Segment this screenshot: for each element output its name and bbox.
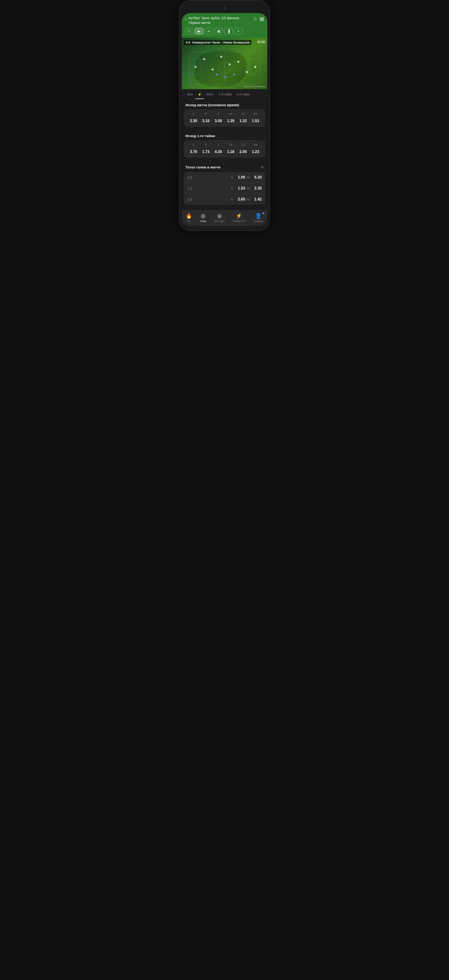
watermark: #UCHvsUExTNTSports — [243, 85, 265, 88]
fh-header-12: 12 — [237, 143, 249, 146]
fh-header-x2: X2 — [249, 143, 262, 146]
total-m-odds-25[interactable]: 1.42 — [251, 197, 262, 201]
back-button[interactable]: ‹ — [185, 16, 187, 22]
bottom-nav: 🔥 Топ ◎ Спорт ▣ Мои пари ⚡ Ставки 24/7 👤… — [182, 210, 267, 226]
toolbar-chart[interactable]: ▐ — [224, 28, 233, 34]
nav-top-icon: 🔥 — [186, 213, 192, 219]
total-row-05: 0.5 Б 1.09 М 6.20 — [184, 172, 265, 183]
total-m-label-15: М — [247, 187, 249, 190]
total-odds-group-25: Б 2.65 М 1.42 — [231, 197, 262, 201]
nav-my-bets[interactable]: ▣ Мои пари — [214, 213, 225, 223]
tabs-bar: Все ⚡ Матч 1-й тайм 2-й тайм — [182, 89, 267, 99]
nav-bets247[interactable]: ⚡ Ставки 24/7 — [233, 213, 246, 223]
first-half-title: Исход 1-го тайма — [184, 130, 265, 140]
content-area: Исход матча (основное время) 1 X 2 1X 12… — [182, 99, 267, 210]
total-b-odds-15[interactable]: 1.53 — [235, 186, 245, 191]
total-b-label-05: Б — [231, 176, 233, 179]
tab-match[interactable]: Матч — [204, 89, 216, 99]
nav-profile-icon: 👤 — [255, 213, 262, 219]
notch-camera — [223, 7, 226, 9]
toolbar-transfer[interactable]: ⇄ — [205, 28, 213, 34]
first-half-headers: 1 X 2 1X 12 X2 — [187, 143, 262, 146]
toolbar-subtitle[interactable]: ▦ — [214, 28, 223, 34]
header-12: 12 — [237, 112, 249, 116]
nav-sport-label: Спорт — [200, 220, 206, 223]
header-title: Футбол. Чили. Кубок. 1/2 финала. Первые … — [189, 16, 240, 25]
odd-2-draw[interactable]: 1.73 — [200, 149, 212, 155]
odd-2-12[interactable]: 2.00 — [237, 149, 249, 155]
fh-header-1x: 1X — [224, 143, 237, 146]
fh-header-2: 2 — [212, 143, 224, 146]
header-left: ‹ Футбол. Чили. Кубок. 1/2 финала. Первы… — [185, 16, 253, 25]
total-value-05: 0.5 — [187, 175, 231, 180]
fh-header-x: X — [200, 143, 212, 146]
nav-top[interactable]: 🔥 Топ — [186, 213, 192, 223]
nav-top-label: Топ — [187, 220, 190, 223]
total-b-odds-25[interactable]: 2.65 — [235, 197, 245, 201]
nav-profile[interactable]: 👤 Профиль — [253, 213, 263, 223]
video-area[interactable]: 0:0 Университет Чили – Унион Эспаньола 2… — [182, 38, 267, 89]
favorite-icon[interactable]: ☆ — [253, 16, 257, 22]
odd-2-away[interactable]: 4.30 — [212, 149, 224, 155]
phone-screen: ‹ Футбол. Чили. Кубок. 1/2 финала. Первы… — [182, 13, 267, 226]
total-value-25: 2.5 — [187, 197, 231, 201]
nav-sport-icon: ◎ — [201, 213, 205, 219]
main-outcome-card: 1 X 2 1X 12 X2 2.35 3.10 3.00 1.35 1.32 … — [184, 109, 265, 127]
tab-second-half[interactable]: 2-й тайм — [234, 89, 252, 99]
total-m-label-05: М — [247, 176, 249, 179]
total-m-odds-05[interactable]: 6.20 — [251, 175, 262, 180]
odd-1-x2[interactable]: 1.53 — [249, 118, 262, 124]
totals-card: 0.5 Б 1.09 М 6.20 1.5 Б 1.53 М 2.3 — [184, 172, 265, 205]
nav-bets247-label: Ставки 24/7 — [233, 220, 246, 223]
odd-1-draw[interactable]: 3.10 — [200, 118, 212, 124]
toolbar-info[interactable]: ⓘ — [185, 28, 194, 34]
header-top: ‹ Футбол. Чили. Кубок. 1/2 финала. Первы… — [185, 16, 264, 25]
odd-2-x2[interactable]: 1.23 — [249, 149, 262, 155]
tab-first-half[interactable]: 1-й тайм — [216, 89, 234, 99]
odd-2-1x[interactable]: 1.18 — [224, 149, 237, 155]
total-m-label-25: М — [247, 198, 249, 201]
total-b-odds-05[interactable]: 1.09 — [235, 175, 245, 180]
nav-my-bets-label: Мои пари — [214, 220, 225, 223]
profile-notification-dot — [262, 212, 264, 214]
toolbar-list[interactable]: ≡ — [234, 28, 243, 34]
phone-device: ‹ Футбол. Чили. Кубок. 1/2 финала. Первы… — [179, 0, 270, 231]
header-1: 1 — [187, 112, 200, 116]
toolbar: ⓘ ▶ ⇄ ▦ ▐ ≡ — [185, 28, 264, 34]
time-overlay: 23:32 — [257, 40, 265, 43]
video-score: 0:0 — [186, 41, 190, 44]
totals-section-header: Тотал голов в матче ≡ — [184, 161, 265, 172]
header-2: 2 — [212, 112, 224, 116]
total-b-label-15: Б — [231, 187, 233, 190]
odd-1-away[interactable]: 3.00 — [212, 118, 224, 124]
odd-1-12[interactable]: 1.32 — [237, 118, 249, 124]
tab-lightning[interactable]: ⚡ — [195, 89, 204, 99]
nav-bets247-icon: ⚡ — [236, 213, 242, 219]
total-odds-group-15: Б 1.53 М 2.35 — [231, 186, 262, 191]
score-overlay: 0:0 Университет Чили – Унион Эспаньола — [184, 40, 251, 45]
odd-2-home[interactable]: 3.70 — [187, 149, 200, 155]
total-b-label-25: Б — [231, 198, 233, 201]
main-outcome-headers: 1 X 2 1X 12 X2 — [187, 112, 262, 116]
nav-profile-label: Профиль — [253, 220, 263, 223]
totals-list-icon[interactable]: ≡ — [261, 165, 263, 170]
total-odds-group-05: Б 1.09 М 6.20 — [231, 175, 262, 180]
settings-icon[interactable]: ▤ — [260, 16, 264, 22]
total-value-15: 1.5 — [187, 186, 231, 191]
fh-header-1: 1 — [187, 143, 200, 146]
total-m-odds-15[interactable]: 2.35 — [251, 186, 262, 191]
odd-1-home[interactable]: 2.35 — [187, 118, 200, 124]
first-half-card: 1 X 2 1X 12 X2 3.70 1.73 4.30 1.18 2.00 … — [184, 140, 265, 158]
first-half-odds: 3.70 1.73 4.30 1.18 2.00 1.23 — [187, 149, 262, 155]
tab-all[interactable]: Все — [185, 89, 195, 99]
header-x: X — [200, 112, 212, 116]
odd-1-1x[interactable]: 1.35 — [224, 118, 237, 124]
toolbar-play[interactable]: ▶ — [195, 28, 203, 34]
total-row-25: 2.5 Б 2.65 М 1.42 — [184, 194, 265, 205]
video-players — [182, 38, 267, 89]
nav-sport[interactable]: ◎ Спорт — [200, 213, 206, 223]
nav-my-bets-icon: ▣ — [217, 213, 222, 219]
main-outcome-title: Исход матча (основное время) — [184, 99, 265, 109]
phone-notch — [211, 5, 238, 11]
header-1x: 1X — [224, 112, 237, 116]
